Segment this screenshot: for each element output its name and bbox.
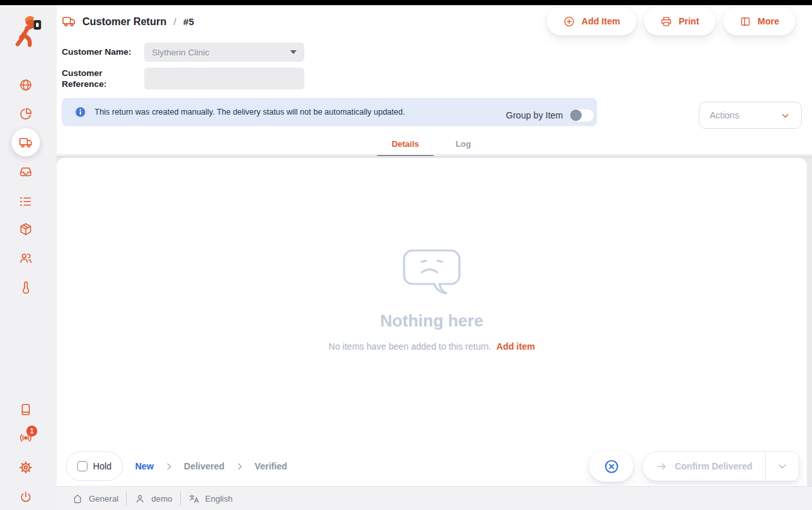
x-circle-icon [604, 458, 620, 475]
sidebar-item-list[interactable] [17, 193, 35, 211]
confirm-options-caret[interactable] [765, 452, 798, 480]
person-icon [134, 493, 145, 504]
hold-checkbox[interactable] [77, 461, 88, 471]
top-black-bar [0, 0, 812, 5]
status-footer: General demo English [57, 486, 812, 510]
truck-icon [62, 14, 77, 29]
sidebar: 1 [0, 5, 57, 510]
chevron-down-icon [780, 110, 791, 121]
sidebar-item-temperature[interactable] [17, 278, 35, 296]
confirm-delivered-button[interactable]: Confirm Delivered [643, 452, 765, 480]
pie-chart-icon [19, 107, 33, 121]
sidebar-item-devices[interactable] [17, 401, 35, 419]
footer-language[interactable]: English [181, 493, 241, 504]
status-bar: Hold New Delivered Verified Confirm Deli… [66, 451, 799, 482]
empty-state-title: Nothing here [57, 311, 807, 331]
caret-down-icon [290, 50, 297, 54]
translate-icon [189, 493, 199, 504]
tablet-icon [19, 402, 33, 417]
inbox-icon [19, 165, 33, 179]
truck-icon [19, 135, 33, 150]
actions-dropdown[interactable]: Actions [699, 102, 802, 129]
add-item-button[interactable]: Add Item [547, 7, 636, 35]
panel-icon [739, 15, 752, 28]
sidebar-item-globe[interactable] [17, 76, 35, 94]
customer-name-select[interactable]: Slytherin Clinic [144, 42, 304, 62]
page-header: Customer Return / #5 Add Item Print More… [57, 5, 812, 155]
customer-name-value: Slytherin Clinic [152, 48, 290, 57]
info-icon [75, 106, 86, 118]
sidebar-item-customers[interactable] [17, 249, 35, 267]
home-icon [72, 493, 83, 504]
breadcrumb: Customer Return / #5 [62, 14, 194, 29]
more-button[interactable]: More [723, 7, 795, 35]
customer-reference-label: Customer Reference: [62, 68, 145, 90]
content-backdrop: Nothing here No items have been added to… [57, 156, 812, 486]
chevron-right-icon [164, 462, 174, 471]
sad-speech-bubble-icon [401, 248, 462, 303]
breadcrumb-separator: / [172, 16, 178, 27]
sidebar-item-products[interactable] [17, 220, 35, 238]
actions-placeholder: Actions [710, 110, 780, 120]
header-actions: Add Item Print More [547, 7, 795, 35]
details-panel: Nothing here No items have been added to… [57, 158, 807, 486]
sidebar-item-reports[interactable] [17, 105, 35, 123]
page-title: Customer Return [82, 16, 167, 28]
workflow-steps: New Delivered Verified [135, 451, 287, 482]
hold-button[interactable]: Hold [66, 451, 123, 481]
chevron-right-icon [235, 462, 245, 471]
customer-reference-input[interactable] [144, 68, 304, 90]
group-by-item-toggle[interactable] [569, 108, 595, 122]
hold-label: Hold [93, 461, 112, 471]
tab-bar: Details Log [57, 134, 812, 155]
sidebar-item-inbox[interactable] [17, 163, 35, 181]
footer-user[interactable]: demo [127, 493, 180, 504]
notification-badge: 1 [26, 426, 37, 437]
arrow-right-icon [656, 460, 668, 473]
footer-warehouse[interactable]: General [64, 493, 126, 504]
sidebar-item-settings[interactable] [17, 458, 35, 477]
toggle-knob [570, 109, 582, 121]
group-by-item-label: Group by Item [506, 110, 563, 120]
add-item-link[interactable]: Add item [497, 341, 535, 352]
customer-name-label: Customer Name: [62, 46, 145, 57]
step-verified: Verified [255, 461, 288, 471]
empty-state-message: No items have been added to this return.… [57, 341, 807, 352]
cancel-return-button[interactable] [589, 451, 633, 482]
tab-log[interactable]: Log [434, 134, 492, 155]
chevron-down-icon [777, 460, 788, 472]
banner-text: This return was created manually. The de… [95, 108, 405, 117]
power-icon [19, 490, 33, 504]
printer-icon [660, 15, 672, 28]
step-delivered: Delivered [184, 461, 225, 471]
tab-details[interactable]: Details [376, 134, 434, 155]
sidebar-item-deliveries-active[interactable] [12, 128, 40, 156]
document-number: #5 [183, 16, 194, 27]
app-logo[interactable] [10, 14, 44, 49]
print-button[interactable]: Print [644, 7, 715, 35]
package-icon [19, 222, 33, 236]
plus-circle-icon [563, 15, 575, 28]
gear-icon [19, 460, 33, 475]
app-root: 1 Customer Return / #5 Add Item Print [0, 0, 812, 510]
step-new: New [135, 461, 154, 471]
confirm-delivered-group: Confirm Delivered [642, 451, 799, 481]
group-by-item-control: Group by Item [506, 102, 595, 129]
people-icon [19, 251, 33, 265]
sidebar-item-logout[interactable] [17, 488, 35, 506]
list-icon [19, 194, 33, 209]
thermometer-icon [19, 280, 33, 294]
empty-state: Nothing here No items have been added to… [57, 248, 807, 352]
globe-icon [19, 78, 33, 92]
